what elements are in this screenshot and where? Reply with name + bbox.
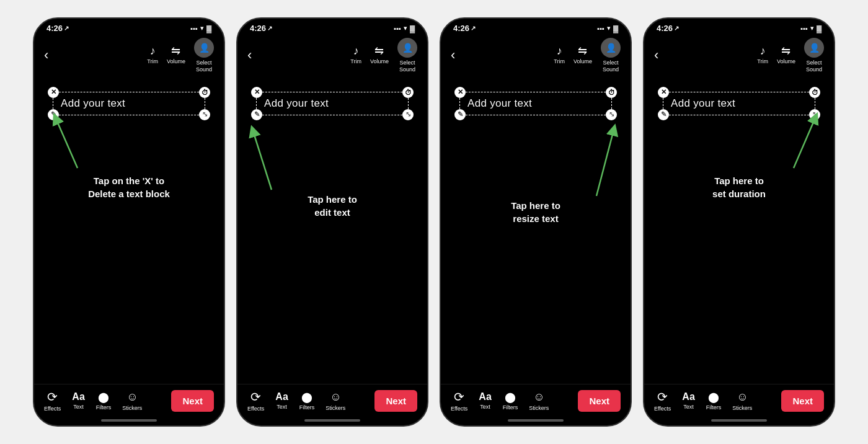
effects-button-3[interactable]: ⟳ Effects [451, 389, 467, 412]
text-button-4[interactable]: Aa Text [682, 391, 694, 410]
volume-button-1[interactable]: ⇋ Volume [167, 45, 185, 65]
text-block-text-2[interactable]: Add your text [264, 97, 401, 110]
phone-3: 4:26 ↗ ▪▪▪ ▾ ▓ ‹ ♪ Trim ⇋ Volume 👤 Selec… [440, 17, 632, 427]
next-button-2[interactable]: Next [374, 390, 417, 412]
text-block-container-3: ✕ ⏱ ✎ ⤡ Add your text [459, 92, 612, 115]
stickers-button-2[interactable]: ☺ Stickers [326, 391, 345, 411]
volume-button-4[interactable]: ⇋ Volume [777, 45, 795, 65]
trim-button-4[interactable]: ♪ Trim [757, 45, 768, 65]
back-button-4[interactable]: ‹ [654, 47, 673, 63]
handle-bl-3[interactable]: ✎ [454, 109, 466, 120]
text-icon-3: Aa [479, 391, 491, 402]
filters-button-1[interactable]: ⬤ Filters [96, 391, 112, 411]
volume-button-2[interactable]: ⇋ Volume [370, 45, 389, 65]
select-sound-button-1[interactable]: 👤 SelectSound [194, 38, 214, 73]
text-button-1[interactable]: Aa Text [72, 391, 84, 410]
annotation-text-3: Tap here toresize text [453, 199, 618, 225]
stickers-button-3[interactable]: ☺ Stickers [529, 391, 549, 411]
handle-tl-1[interactable]: ✕ [48, 87, 59, 98]
content-1: ✕ ⏱ ✎ ⤡ Add your text Tap on the 'X' toD… [34, 78, 224, 384]
svg-line-1 [56, 118, 78, 168]
stickers-icon-3: ☺ [533, 391, 544, 404]
text-icon-1: Aa [72, 391, 84, 402]
next-button-1[interactable]: Next [171, 390, 214, 412]
handle-tl-4[interactable]: ✕ [658, 87, 669, 98]
content-3: ✕ ⏱ ✎ ⤡ Add your text Tap here toresize … [441, 78, 631, 384]
trim-button-1[interactable]: ♪ Trim [147, 45, 158, 65]
effects-button-2[interactable]: ⟳ Effects [247, 389, 264, 412]
phone-2: 4:26 ↗ ▪▪▪ ▾ ▓ ‹ ♪ Trim ⇋ Volume 👤 Selec… [236, 17, 428, 427]
handle-tr-2[interactable]: ⏱ [402, 87, 414, 98]
toolbar-actions-1: ♪ Trim ⇋ Volume 👤 SelectSound [147, 38, 214, 73]
handle-tr-4[interactable]: ⏱ [809, 87, 820, 98]
home-bar-4 [711, 419, 767, 422]
volume-icon-1: ⇋ [171, 45, 180, 56]
status-icons-4: ▪▪▪ ▾ ▓ [800, 24, 822, 32]
trim-button-3[interactable]: ♪ Trim [554, 45, 565, 65]
handle-tl-3[interactable]: ✕ [454, 87, 466, 98]
status-time-3: 4:26 ↗ [453, 24, 476, 33]
bottom-tools-1: ⟳ Effects Aa Text ⬤ Filters ☺ Stickers [44, 389, 142, 412]
filters-icon-1: ⬤ [98, 391, 109, 403]
home-bar-1 [101, 419, 157, 422]
text-block-3[interactable]: ✕ ⏱ ✎ ⤡ Add your text [459, 92, 612, 115]
toolbar-actions-2: ♪ Trim ⇋ Volume 👤 SelectSound [350, 38, 417, 73]
volume-icon-3: ⇋ [578, 45, 587, 56]
next-button-3[interactable]: Next [578, 390, 621, 412]
toolbar-3: ‹ ♪ Trim ⇋ Volume 👤 SelectSound [441, 35, 631, 78]
annotation-arrow-2 [241, 118, 303, 193]
stickers-button-1[interactable]: ☺ Stickers [122, 391, 142, 411]
back-button-1[interactable]: ‹ [44, 47, 63, 63]
select-sound-avatar-3: 👤 [601, 38, 621, 58]
effects-button-4[interactable]: ⟳ Effects [654, 389, 671, 412]
status-bar-1: 4:26 ↗ ▪▪▪ ▾ ▓ [34, 19, 224, 35]
home-indicator-3 [441, 415, 631, 425]
text-icon-4: Aa [682, 391, 694, 402]
select-sound-button-4[interactable]: 👤 SelectSound [804, 38, 824, 73]
home-bar-3 [508, 419, 564, 422]
select-sound-button-2[interactable]: 👤 SelectSound [397, 38, 417, 73]
select-sound-avatar-4: 👤 [804, 38, 824, 58]
trim-button-2[interactable]: ♪ Trim [350, 45, 361, 65]
handle-tl-2[interactable]: ✕ [251, 87, 262, 98]
effects-icon-4: ⟳ [657, 389, 668, 404]
status-time-4: 4:26 ↗ [657, 24, 679, 33]
bottom-tools-4: ⟳ Effects Aa Text ⬤ Filters ☺ Stickers [654, 389, 752, 412]
bottom-tools-2: ⟳ Effects Aa Text ⬤ Filters ☺ Stickers [247, 389, 345, 412]
text-block-text-3[interactable]: Add your text [467, 97, 604, 110]
text-button-2[interactable]: Aa Text [275, 391, 288, 410]
filters-button-2[interactable]: ⬤ Filters [299, 391, 315, 411]
stickers-button-4[interactable]: ☺ Stickers [732, 391, 752, 411]
handle-tr-3[interactable]: ⏱ [606, 87, 617, 98]
bottom-bar-2: ⟳ Effects Aa Text ⬤ Filters ☺ Stickers N… [237, 384, 427, 415]
text-block-2[interactable]: ✕ ⏱ ✎ ⤡ Add your text [256, 92, 409, 115]
text-block-text-1[interactable]: Add your text [61, 97, 197, 110]
text-button-3[interactable]: Aa Text [479, 391, 491, 410]
filters-button-3[interactable]: ⬤ Filters [503, 391, 518, 411]
svg-line-5 [596, 130, 614, 196]
annotation-text-2: Tap here toedit text [250, 193, 415, 219]
text-block-text-4[interactable]: Add your text [671, 97, 807, 110]
toolbar-2: ‹ ♪ Trim ⇋ Volume 👤 SelectSound [237, 35, 427, 78]
handle-tr-1[interactable]: ⏱ [199, 87, 210, 98]
volume-button-3[interactable]: ⇋ Volume [574, 45, 592, 65]
back-button-3[interactable]: ‹ [451, 47, 469, 63]
handle-bl-4[interactable]: ✎ [658, 109, 669, 120]
handle-br-2[interactable]: ⤡ [402, 109, 414, 120]
handle-br-1[interactable]: ⤡ [199, 109, 210, 120]
bottom-tools-3: ⟳ Effects Aa Text ⬤ Filters ☺ Stickers [451, 389, 549, 412]
filters-icon-4: ⬤ [708, 391, 719, 403]
volume-icon-2: ⇋ [374, 45, 384, 56]
filters-button-4[interactable]: ⬤ Filters [706, 391, 722, 411]
effects-button-1[interactable]: ⟳ Effects [44, 389, 61, 412]
select-sound-button-3[interactable]: 👤 SelectSound [601, 38, 621, 73]
bottom-bar-4: ⟳ Effects Aa Text ⬤ Filters ☺ Stickers N… [644, 384, 834, 415]
select-sound-avatar-2: 👤 [397, 38, 417, 58]
status-arrow-3: ↗ [471, 25, 476, 32]
status-bar-2: 4:26 ↗ ▪▪▪ ▾ ▓ [237, 19, 427, 35]
next-button-4[interactable]: Next [781, 390, 824, 412]
back-button-2[interactable]: ‹ [247, 47, 266, 63]
text-block-container-2: ✕ ⏱ ✎ ⤡ Add your text [256, 92, 409, 115]
bottom-bar-3: ⟳ Effects Aa Text ⬤ Filters ☺ Stickers N… [441, 384, 631, 415]
status-time-1: 4:26 ↗ [46, 24, 69, 33]
